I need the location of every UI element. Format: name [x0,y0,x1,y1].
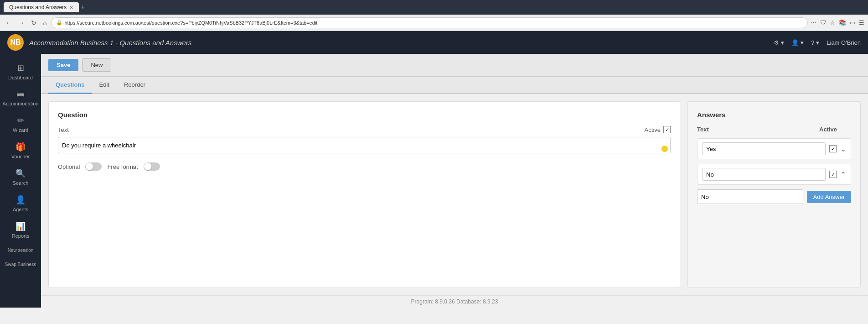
back-btn[interactable]: ← [4,18,14,27]
tab-edit[interactable]: Edit [92,77,117,94]
bookmarks-icon[interactable]: ⋯ [811,19,816,26]
free-format-toggle-knob [144,163,151,170]
sidebar-label-reports: Reports [12,233,30,239]
highlight-dot [661,146,668,152]
answers-col-text-header: Text [697,126,816,133]
text-active-row: Text Active ✓ [58,126,671,133]
tab-close-btn[interactable]: ✕ [69,5,73,10]
optional-toggle[interactable] [85,162,102,171]
help-btn[interactable]: ? ▾ [811,39,819,46]
answers-panel-title: Answers [697,111,851,119]
url-text: https://secure.netbookings.com.au/test/q… [64,20,317,26]
content-area: Save New Questions Edit Reorder Question… [41,54,868,308]
sidebar-label-search: Search [13,180,29,186]
help-icon: ? [811,39,814,46]
new-tab-btn[interactable]: + [81,3,85,11]
sidebar-item-wizard[interactable]: ✏ Wizard [0,111,41,137]
optional-toggle-knob [86,163,93,170]
sidebar-label-new-session: New session [8,248,34,253]
free-format-toggle[interactable] [144,162,160,171]
forward-btn[interactable]: → [16,18,26,27]
search-icon: 🔍 [16,168,26,178]
active-label-row: Active ✓ [645,126,671,133]
help-arrow: ▾ [816,39,819,46]
star-icon[interactable]: ☆ [830,19,835,26]
browser-tab-bar: Questions and Answers ✕ + [0,0,868,15]
sidebar-item-reports[interactable]: 📊 Reports [0,217,41,243]
app-logo: NB [7,34,24,51]
tab-title: Questions and Answers [9,4,67,10]
agents-icon: 👤 [16,195,26,205]
browser-nav-bar: ← → ↻ ⌂ 🔒 https://secure.netbookings.com… [0,15,868,31]
answer-input-1[interactable] [702,168,826,181]
main-layout: ⊞ Dashboard 🛏 Accommodation ✏ Wizard 🎁 V… [0,54,868,308]
reload-btn[interactable]: ↻ [29,18,38,27]
app-container: NB Accommodation Business 1 - Questions … [0,31,868,308]
sidebar-label-agents: Agents [13,207,28,212]
tab-nav: Questions Edit Reorder [41,77,868,94]
footer-text: Program: 8.9.0.36 Database: 8.9.23 [411,298,498,305]
lock-icon: 🔒 [56,20,62,26]
sidebar-item-voucher[interactable]: 🎁 Voucher [0,137,41,164]
toolbar: Save New [41,54,868,77]
settings-arrow: ▾ [781,39,784,46]
answer-active-cb-0[interactable]: ✓ [829,145,837,152]
sidebar-label-wizard: Wizard [13,127,28,133]
home-btn[interactable]: ⌂ [41,18,48,27]
text-label: Text [58,126,69,133]
sidebar-item-dashboard[interactable]: ⊞ Dashboard [0,58,41,85]
new-answer-row: Add Answer [697,189,851,204]
settings-btn[interactable]: ⚙ ▾ [774,39,784,46]
question-text-input[interactable] [58,137,671,153]
user-arrow: ▾ [801,39,804,46]
active-text-label: Active [645,126,661,133]
answers-panel: Answers Text Active ✓ ⌄ ✓ [687,101,861,288]
sidebar-toggle-icon[interactable]: ▭ [850,19,855,26]
nav-extras: ⋯ 🛡 ☆ 📚 ▭ ☰ [811,19,864,26]
sidebar: ⊞ Dashboard 🛏 Accommodation ✏ Wizard 🎁 V… [0,54,41,308]
app-title-main: Accommodation Business 1 [29,39,114,47]
answer-input-0[interactable] [702,142,826,155]
wizard-icon: ✏ [17,115,24,125]
app-header-right: ⚙ ▾ 👤 ▾ ? ▾ Liam O'Brien [774,39,861,46]
user-btn[interactable]: 👤 ▾ [791,39,804,46]
app-title-sub: Questions and Answers [119,39,191,47]
menu-icon[interactable]: ☰ [859,19,864,26]
answer-down-arrow-0[interactable]: ⌄ [840,145,846,153]
tab-questions[interactable]: Questions [48,77,92,94]
url-bar[interactable]: 🔒 https://secure.netbookings.com.au/test… [51,17,808,28]
app-header: NB Accommodation Business 1 - Questions … [0,31,868,54]
tab-reorder[interactable]: Reorder [117,77,153,94]
question-panel-title: Question [58,111,671,119]
sidebar-item-new-session[interactable]: New session [0,243,41,257]
sidebar-label-swap-business: Swap Business [5,262,36,267]
sidebar-item-swap-business[interactable]: Swap Business [0,257,41,272]
add-answer-btn[interactable]: Add Answer [807,191,851,203]
app-title: Accommodation Business 1 - Questions and… [29,39,191,47]
answer-active-cb-1[interactable]: ✓ [829,171,837,178]
sidebar-label-accommodation: Accommodation [3,101,39,106]
active-tab[interactable]: Questions and Answers ✕ [4,2,79,12]
sidebar-item-agents[interactable]: 👤 Agents [0,190,41,217]
question-panel: Question Text Active ✓ Optional [48,101,680,288]
answer-up-arrow-1[interactable]: ⌃ [840,170,846,179]
library-icon[interactable]: 📚 [839,19,846,26]
accommodation-icon: 🛏 [16,89,25,99]
footer: Program: 8.9.0.36 Database: 8.9.23 [41,295,868,308]
sidebar-item-search[interactable]: 🔍 Search [0,164,41,190]
settings-icon: ⚙ [774,39,779,46]
user-icon: 👤 [791,39,799,46]
sidebar-item-accommodation[interactable]: 🛏 Accommodation [0,85,41,111]
active-checkbox[interactable]: ✓ [663,126,671,133]
reports-icon: 📊 [16,221,26,231]
answers-header: Text Active [697,126,851,133]
sidebar-label-dashboard: Dashboard [8,75,33,80]
answer-row-0: ✓ ⌄ [697,138,851,159]
voucher-icon: 🎁 [16,142,26,152]
extensions-icon[interactable]: 🛡 [820,19,826,26]
new-answer-input[interactable] [697,189,803,204]
optional-label: Optional [58,163,80,170]
answer-row-1: ✓ ⌃ [697,164,851,185]
new-button[interactable]: New [82,58,111,72]
save-button[interactable]: Save [48,59,78,71]
